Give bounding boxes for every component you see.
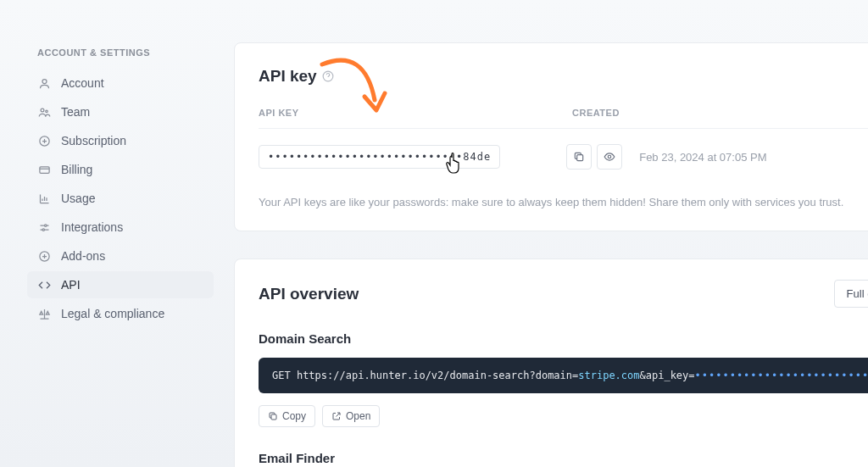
api-key-card: API key + New key API KEY CREATED ••••••… [234,42,868,231]
code-icon [37,278,51,292]
sidebar-item-label: Billing [61,163,92,176]
svg-point-1 [41,108,44,112]
svg-point-10 [608,155,611,158]
api-key-value[interactable]: ••••••••••••••••••••••••••••84de [259,145,500,169]
eye-icon [604,151,615,163]
copy-icon [268,411,278,421]
sidebar-item-label: Team [61,105,90,119]
copy-key-button[interactable] [566,144,592,170]
sidebar-item-api[interactable]: API [27,271,214,298]
open-icon [331,411,342,421]
card-title: API key [259,67,334,86]
sidebar-item-label: Legal & compliance [61,307,164,320]
person-icon [37,76,51,90]
billing-icon [37,163,51,176]
column-created: CREATED [572,108,725,118]
sidebar-item-billing[interactable]: Billing [27,156,214,183]
svg-point-2 [45,110,47,113]
sidebar-item-label: Account [61,76,104,90]
sidebar-item-label: API [61,278,81,292]
svg-rect-4 [39,166,48,173]
svg-point-0 [42,79,47,83]
overview-title: API overview [259,285,359,303]
svg-rect-11 [271,414,276,420]
balance-icon [37,307,51,320]
svg-point-5 [44,224,47,226]
email-finder-heading: Email Finder [259,451,868,465]
sidebar-item-team[interactable]: Team [27,98,214,125]
sidebar-heading: ACCOUNT & SETTINGS [27,47,214,58]
chart-icon [37,192,51,205]
sidebar-item-account[interactable]: Account [27,69,214,97]
sidebar: ACCOUNT & SETTINGS Account Team Subscrip… [27,0,214,467]
sidebar-item-label: Usage [61,192,95,205]
sidebar-item-usage[interactable]: Usage [27,185,214,212]
svg-rect-9 [577,155,583,161]
open-code-button[interactable]: Open [322,405,380,427]
sliders-icon [37,220,51,234]
column-api-key: API KEY [259,108,572,118]
full-documentation-button[interactable]: Full documentation [834,280,868,308]
table-header: API KEY CREATED [259,108,868,129]
svg-point-6 [42,228,45,231]
copy-icon [573,151,585,163]
api-key-row: ••••••••••••••••••••••••••••84de Feb 23,… [259,129,868,181]
plus-circle-icon [37,249,51,263]
sidebar-item-subscription[interactable]: Subscription [27,127,214,154]
reveal-key-button[interactable] [597,144,622,170]
plus-circle-icon [37,134,51,147]
help-icon[interactable] [322,70,334,82]
api-overview-card: API overview Full documentation Domain S… [234,259,868,467]
sidebar-item-label: Integrations [61,220,123,234]
sidebar-item-legal[interactable]: Legal & compliance [27,300,214,327]
code-block-domain-search: GET https://api.hunter.io/v2/domain-sear… [259,358,868,393]
sidebar-item-label: Add-ons [61,249,105,263]
copy-code-button[interactable]: Copy [259,405,315,427]
api-key-warning: Your API keys are like your passwords: m… [259,195,868,210]
sidebar-item-integrations[interactable]: Integrations [27,214,214,241]
created-text: Feb 23, 2024 at 07:05 PM [639,151,766,164]
domain-search-heading: Domain Search [259,331,868,346]
main-content: API key + New key API KEY CREATED ••••••… [214,0,868,467]
sidebar-item-addons[interactable]: Add-ons [27,242,214,270]
team-icon [37,105,51,119]
sidebar-item-label: Subscription [61,134,126,147]
